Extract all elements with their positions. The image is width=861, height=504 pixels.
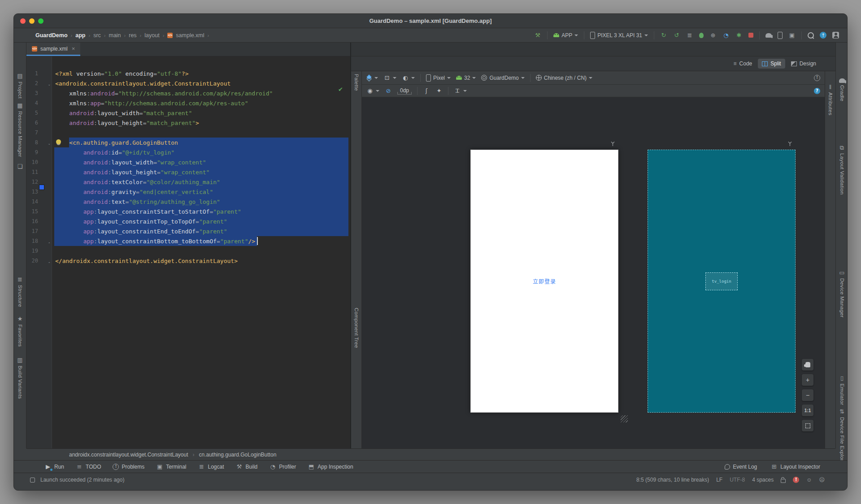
tab-sample-xml[interactable]: </> sample.xml ×: [26, 43, 80, 56]
code-line[interactable]: 8ˇ <cn.authing.guard.GoLoginButton: [26, 138, 350, 147]
stripe-item-resource-manager[interactable]: ▦Resource Manager: [14, 102, 26, 157]
code-line[interactable]: 11 android:layout_height="wrap_content": [26, 167, 350, 177]
code-line[interactable]: 10 android:layout_width="wrap_content": [26, 157, 350, 167]
stripe-item-layout-validation[interactable]: ⧉Layout Validation: [836, 144, 848, 194]
code-editor[interactable]: 1<?xml version="1.0" encoding="utf-8"?>2…: [26, 56, 350, 448]
code-line[interactable]: 15 app:layout_constraintStart_toStartOf=…: [26, 207, 350, 216]
breadcrumb-item[interactable]: app: [75, 32, 85, 39]
tool-window-toggle-icon[interactable]: [30, 478, 35, 482]
code-line[interactable]: 4 xmlns:app="http://schemas.android.com/…: [26, 98, 350, 108]
breadcrumb-item[interactable]: main: [109, 32, 121, 39]
fold-marker-icon[interactable]: ˆ: [48, 262, 51, 267]
gradle-sync-button[interactable]: [765, 33, 772, 38]
zoom-in-button[interactable]: +: [802, 374, 813, 386]
zoom-reset-button[interactable]: 1:1: [802, 405, 813, 416]
code-line[interactable]: 13 android:gravity="end|center_vertical": [26, 187, 350, 197]
attach-debugger-button[interactable]: ⊕: [709, 32, 717, 39]
design-canvas[interactable]: 立即登录 tv_login: [362, 97, 825, 448]
stripe-item-device-manager[interactable]: ▭Device Manager: [836, 269, 848, 318]
code-line[interactable]: 1<?xml version="1.0" encoding="utf-8"?>: [26, 69, 350, 78]
view-options-control[interactable]: ◉: [366, 87, 379, 95]
fold-marker-icon[interactable]: ˇ: [48, 143, 51, 149]
profiler-button[interactable]: ◔: [722, 32, 730, 39]
avatar-button[interactable]: [832, 32, 839, 39]
stripe-item-device-file-explorer[interactable]: ⇅Device File Explorer: [836, 408, 848, 466]
breadcrumb-item[interactable]: layout: [144, 32, 159, 39]
tool-window-button-profiler[interactable]: ◔Profiler: [269, 463, 296, 470]
orientation-control[interactable]: ⊡: [383, 74, 396, 82]
fold-marker-icon[interactable]: ˇ: [48, 84, 51, 90]
code-line[interactable]: 9 android:id="@+id/tv_login": [26, 147, 350, 157]
code-line[interactable]: 5 android:layout_width="match_parent": [26, 108, 350, 118]
lock-icon[interactable]: [781, 479, 786, 483]
tool-window-button-todo[interactable]: ≡TODO: [76, 463, 101, 470]
tool-window-button-event-log[interactable]: Event Log: [725, 464, 757, 470]
code-line[interactable]: 3 xmlns:android="http://schemas.android.…: [26, 88, 350, 98]
tool-window-button-logcat[interactable]: ≣Logcat: [198, 463, 224, 470]
feedback-smile-icon[interactable]: ☺: [806, 477, 812, 483]
hammer-button[interactable]: ⚒: [534, 32, 541, 39]
code-line[interactable]: 2ˇ<androidx.constraintlayout.widget.Cons…: [26, 78, 350, 88]
fold-marker-icon[interactable]: ˆ: [48, 242, 51, 248]
zoom-to-fit-button[interactable]: [802, 420, 813, 431]
apply-code-changes-button[interactable]: ≣: [686, 32, 693, 39]
zoom-out-button[interactable]: −: [802, 389, 813, 401]
code-line[interactable]: 7: [26, 128, 350, 138]
apply-changes-button[interactable]: ↺: [673, 32, 680, 39]
mode-code-button[interactable]: ≡Code: [730, 59, 757, 69]
device-mirror-button[interactable]: [778, 32, 783, 39]
stripe-item-gradle[interactable]: Gradle: [836, 78, 848, 101]
pan-hand-button[interactable]: [802, 359, 813, 370]
android-head-button[interactable]: APP: [553, 32, 578, 39]
indent-indicator[interactable]: 4 spaces: [752, 477, 774, 483]
update-button[interactable]: ↑: [820, 32, 826, 39]
feedback-frown-icon[interactable]: ☹: [819, 477, 825, 483]
stripe-item-favorites[interactable]: ★Favorites: [14, 315, 26, 347]
intention-bulb-icon[interactable]: [56, 139, 61, 144]
mode-design-button[interactable]: Design: [787, 59, 820, 69]
stripe-item-build-variants[interactable]: ▥Build Variants: [14, 356, 26, 399]
android-api-control[interactable]: 32: [456, 75, 476, 81]
device-phone-button[interactable]: PIXEL 3 XL API 31: [590, 32, 648, 39]
code-line[interactable]: 12 android:textColor="@color/authing_mai…: [26, 177, 350, 187]
code-line[interactable]: 18ˆ app:layout_constraintBottom_toBottom…: [26, 236, 350, 246]
layers-control[interactable]: [366, 75, 378, 81]
design-surface-phone[interactable]: 立即登录: [470, 150, 618, 413]
zoom-window-button[interactable]: [38, 18, 43, 24]
tool-window-button-layout-inspector[interactable]: ⊞Layout Inspector: [770, 463, 820, 470]
magnet-off-control[interactable]: ⊘: [385, 87, 392, 95]
theme-control[interactable]: ◐: [402, 74, 415, 82]
code-line[interactable]: 19: [26, 246, 350, 256]
debug-button[interactable]: [699, 33, 704, 38]
stripe-item-project[interactable]: ▤Project: [14, 72, 26, 99]
close-window-button[interactable]: [20, 18, 26, 24]
breadcrumb-item[interactable]: src: [93, 32, 101, 39]
tool-window-button-problems[interactable]: !Problems: [113, 464, 144, 470]
infer-constraints-control[interactable]: ✦: [435, 87, 443, 95]
tab-close-icon[interactable]: ×: [72, 45, 75, 52]
code-line[interactable]: 6 android:layout_height="match_parent">: [26, 118, 350, 128]
app-quality-button[interactable]: ✱: [735, 32, 743, 39]
breadcrumb-item[interactable]: GuardDemo: [35, 32, 68, 39]
color-preview-swatch[interactable]: [39, 185, 44, 190]
device-small-control[interactable]: Pixel: [426, 74, 451, 82]
line-ending-indicator[interactable]: LF: [716, 477, 722, 483]
attributes-tab[interactable]: ⫼ Attributes: [825, 84, 835, 116]
login-button-text[interactable]: 立即登录: [533, 277, 556, 285]
tool-window-button-run[interactable]: ▶Run: [44, 463, 64, 470]
error-badge-icon[interactable]: !: [793, 477, 799, 483]
xml-breadcrumb-item[interactable]: androidx.constraintlayout.widget.Constra…: [69, 452, 188, 458]
default-margins-control[interactable]: Ɪ: [454, 87, 467, 95]
breadcrumb-item[interactable]: sample.xml: [176, 32, 204, 39]
blueprint-login-widget[interactable]: tv_login: [705, 272, 738, 290]
code-line[interactable]: 16 app:layout_constraintTop_toTopOf="par…: [26, 216, 350, 226]
minimize-window-button[interactable]: [29, 18, 35, 24]
code-line[interactable]: 14 android:text="@string/authing_go_logi…: [26, 197, 350, 207]
stripe-item-structure[interactable]: ≣Structure: [14, 276, 26, 307]
stripe-item-emulator[interactable]: ▯Emulator: [836, 374, 848, 405]
stripe-item-layers-stack-icon[interactable]: ❏: [14, 163, 26, 170]
breadcrumb-item[interactable]: res: [129, 32, 136, 39]
issues-badge-control[interactable]: !: [814, 75, 820, 81]
device-resize-handle[interactable]: [621, 415, 628, 422]
component-tree-tab[interactable]: Component Tree: [351, 308, 361, 348]
